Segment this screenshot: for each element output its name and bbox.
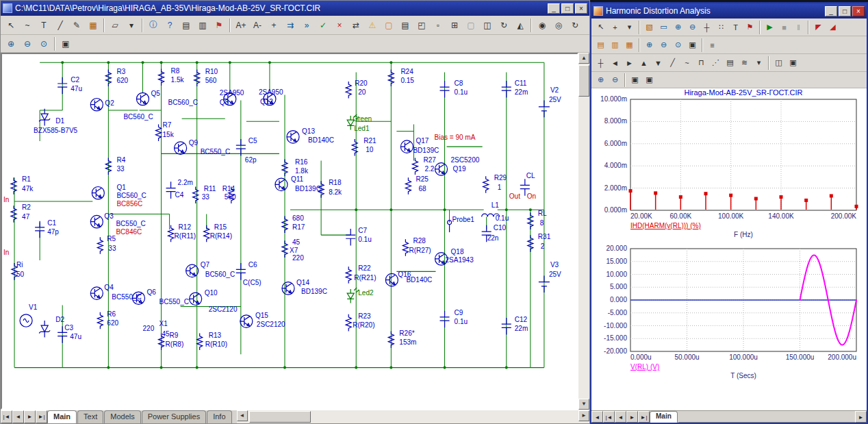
find-next-icon[interactable]: ◎ [550, 18, 567, 33]
restore-button[interactable]: □ [561, 3, 574, 14]
align-cursors-icon[interactable]: ◫ [771, 56, 786, 70]
repeat-icon[interactable]: ↻ [567, 18, 583, 33]
scroll-down-button[interactable]: ▼ [578, 399, 589, 410]
horizontal-scrollbar[interactable]: ◄ ► [237, 410, 589, 423]
pin-icon[interactable]: + [266, 18, 282, 33]
track-icon[interactable]: ∷ [714, 21, 728, 34]
select-icon[interactable]: ↖ [593, 21, 608, 34]
zoom-in-icon[interactable]: ⊕ [3, 36, 19, 51]
orange-box-icon[interactable]: ▢ [381, 18, 397, 33]
scroll-right-button[interactable]: ► [578, 410, 589, 421]
hscroll-track[interactable] [248, 410, 578, 423]
cursor-lines-icon[interactable]: ┼ [593, 56, 608, 70]
go-left-icon[interactable]: ◄ [608, 56, 622, 70]
print-preview-icon[interactable]: ▣ [685, 38, 700, 52]
harmonic-distortion-chart[interactable]: 0.000m2.000m4.000m6.000m8.000m10.000m20.… [592, 88, 866, 242]
pane-left-button[interactable]: ◄ [591, 411, 603, 423]
vertical-scrollbar[interactable]: ▲ ▼ [578, 53, 589, 410]
slope-icon[interactable]: ╱ [665, 56, 680, 70]
single-pane-icon[interactable]: ▤ [593, 38, 608, 52]
zoom-in-icon[interactable]: ⊕ [671, 21, 685, 34]
go-right-icon[interactable]: ► [622, 56, 637, 70]
pulse-icon[interactable]: ⊓ [694, 56, 709, 70]
tab-last-button[interactable]: ►| [638, 411, 650, 423]
copy-pane-icon[interactable]: ▣ [628, 73, 642, 87]
tab-main[interactable]: Main [47, 410, 77, 423]
tab-first-button[interactable]: |◄ [1, 410, 12, 423]
component-dropdown-icon[interactable]: ▾ [123, 18, 140, 33]
step-icon[interactable]: ⇉ [282, 18, 298, 33]
pause-icon[interactable]: ‖ [791, 21, 806, 34]
portal-icon[interactable]: ◰ [413, 18, 430, 33]
text-icon[interactable]: T [36, 18, 52, 33]
select-icon[interactable]: ↖ [3, 18, 19, 33]
tag-icon[interactable]: ⚑ [743, 21, 757, 34]
zoom-in-icon[interactable]: ⊕ [593, 73, 608, 87]
grid-icon[interactable]: ⊞ [446, 18, 463, 33]
doc-icon[interactable]: ▥ [194, 18, 211, 33]
blank-icon[interactable]: ▢ [463, 18, 479, 33]
vscroll-thumb[interactable] [578, 65, 589, 97]
graph-region-icon[interactable]: ▧ [642, 21, 656, 34]
zoom-out-icon[interactable]: ⊖ [656, 38, 671, 52]
close-button[interactable]: × [575, 3, 587, 14]
tab-next-button[interactable]: ► [24, 410, 36, 423]
ramp-icon[interactable]: ⋰ [709, 56, 723, 70]
grid-toggle-icon[interactable]: ▤ [723, 56, 737, 70]
analysis-titlebar[interactable]: Harmonic Distortion Analysis _□× [591, 3, 867, 18]
zoom-window-icon[interactable]: ▭ [656, 21, 671, 34]
zoom-out-icon[interactable]: ⊖ [685, 21, 700, 34]
tab-info[interactable]: Info [207, 410, 231, 423]
flag-icon[interactable]: ⚑ [211, 18, 227, 33]
zoom-in-icon[interactable]: ⊕ [642, 38, 656, 52]
stop-icon[interactable]: ■ [777, 21, 791, 34]
component-icon[interactable]: ▱ [107, 18, 123, 33]
dual-pane-icon[interactable]: ▥ [608, 38, 622, 52]
zoom-auto-icon[interactable]: ⊙ [671, 38, 685, 52]
cursor-icon[interactable]: ┼ [700, 21, 714, 34]
analysis-tab-main[interactable]: Main [650, 411, 678, 423]
restore-button[interactable]: □ [839, 6, 851, 16]
sheet-icon[interactable]: ▤ [178, 18, 194, 33]
scroll-up-button[interactable]: ▲ [578, 53, 589, 64]
zoom-out-icon[interactable]: ⊖ [19, 36, 36, 51]
minimize-button[interactable]: _ [825, 6, 837, 16]
frame-icon[interactable]: ▣ [786, 56, 800, 70]
tab-power-supplies[interactable]: Power Supplies [142, 410, 206, 423]
copy-view-icon[interactable]: ▣ [58, 36, 74, 51]
pattern-icon[interactable]: ▦ [85, 18, 101, 33]
check-icon[interactable]: ✓ [315, 18, 331, 33]
measure-level-icon[interactable]: ◢ [826, 21, 840, 34]
plot-panel[interactable]: 0.000m2.000m4.000m6.000m8.000m10.000m20.… [591, 88, 867, 410]
font-smaller-icon[interactable]: A- [249, 18, 266, 33]
magnify-region-icon[interactable]: ⊙ [36, 36, 52, 51]
add-waveform-icon[interactable]: ▾ [752, 56, 766, 70]
region-icon[interactable]: ▫ [430, 18, 446, 33]
tri-pane-icon[interactable]: ▦ [622, 38, 637, 52]
copy-all-icon[interactable]: ▣ [642, 73, 656, 87]
valley-icon[interactable]: ▼ [651, 56, 665, 70]
tab-prev-button[interactable]: ◄ [12, 410, 24, 423]
tab-last-button[interactable]: ►| [36, 410, 47, 423]
scroll-left-button[interactable]: ◄ [237, 410, 248, 421]
tab-prev-button[interactable]: ◄ [615, 411, 626, 423]
flip-icon[interactable]: ◭ [512, 18, 528, 33]
mode-dropdown-icon[interactable]: ▾ [622, 21, 637, 34]
rotate-icon[interactable]: ↻ [496, 18, 512, 33]
font-larger-icon[interactable]: A+ [233, 18, 249, 33]
swap-icon[interactable]: ⇄ [348, 18, 364, 33]
zoom-out-icon[interactable]: ⊖ [608, 73, 622, 87]
pan-icon[interactable]: + [608, 21, 622, 34]
find-icon[interactable]: ◉ [534, 18, 550, 33]
help-icon[interactable]: ? [162, 18, 178, 33]
minimize-button[interactable]: _ [548, 3, 560, 14]
vscroll-track[interactable] [578, 97, 589, 399]
run-icon[interactable]: ▶ [763, 21, 777, 34]
cross-icon[interactable]: × [331, 18, 348, 33]
page-icon[interactable]: ▤ [397, 18, 413, 33]
schematic-canvas[interactable]: C247uD1BZX585-B7V5R3620Q2BC560_CR81.5kR1… [1, 53, 578, 410]
line-icon[interactable]: ╱ [52, 18, 68, 33]
tab-first-button[interactable]: |◄ [603, 411, 615, 423]
properties-icon[interactable]: ≡ [705, 38, 719, 52]
warning-icon[interactable]: ⚠ [364, 18, 381, 33]
